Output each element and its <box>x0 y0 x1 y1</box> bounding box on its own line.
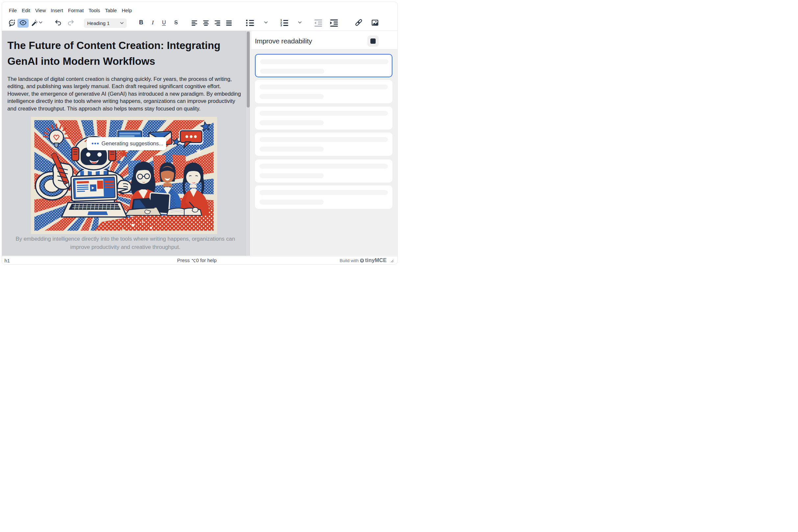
svg-text:3: 3 <box>280 24 282 27</box>
